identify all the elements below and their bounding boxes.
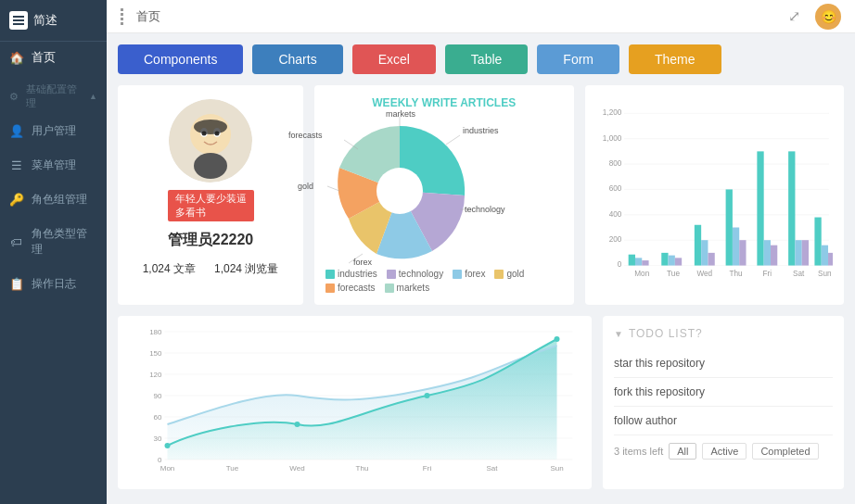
svg-rect-54 <box>788 151 795 265</box>
chevron-up-icon: ▲ <box>89 92 97 101</box>
svg-text:Fri: Fri <box>762 270 772 278</box>
svg-text:0: 0 <box>617 260 621 269</box>
sidebar-item-label: 角色类型管理 <box>32 226 97 258</box>
pie-chart-title: WEEKLY WRITE ARTICLES <box>325 96 563 109</box>
pie-label-technology: technology <box>465 205 505 214</box>
svg-text:Sat: Sat <box>486 464 498 472</box>
svg-text:60: 60 <box>154 413 162 422</box>
table-button[interactable]: Table <box>445 44 528 74</box>
header: 首页 ⤢ 😊 <box>107 0 855 33</box>
svg-point-79 <box>555 336 560 342</box>
svg-text:800: 800 <box>608 159 621 168</box>
svg-rect-44 <box>708 253 714 266</box>
sidebar-item-label: 操作日志 <box>32 276 76 292</box>
nav-buttons: Components Charts Excel Table Form Theme <box>118 44 844 74</box>
todo-item-2[interactable]: fork this repository <box>614 378 833 407</box>
todo-items-left: 3 items left <box>614 446 663 457</box>
todo-item-3[interactable]: follow author <box>614 407 833 435</box>
svg-text:0: 0 <box>158 456 162 464</box>
svg-rect-38 <box>661 253 668 266</box>
todo-header: ▼ TODO LIST? <box>614 327 833 340</box>
sidebar-section-label: 基础配置管理 <box>26 82 82 110</box>
sidebar-item-role-mgmt[interactable]: 🔑 角色组管理 <box>0 183 107 217</box>
svg-rect-60 <box>828 253 833 266</box>
menu-icon: ☰ <box>9 158 24 172</box>
svg-rect-36 <box>642 260 648 265</box>
profile-banner: 年轻人要少装逼 多看书 <box>168 190 254 221</box>
svg-point-76 <box>165 443 171 448</box>
todo-filter-completed[interactable]: Completed <box>752 443 818 460</box>
svg-rect-47 <box>732 228 738 266</box>
sidebar-item-label: 角色组管理 <box>32 192 87 208</box>
sidebar-item-menu-mgmt[interactable]: ☰ 菜单管理 <box>0 148 107 183</box>
svg-text:1,000: 1,000 <box>602 134 621 143</box>
todo-filter-all[interactable]: All <box>669 443 696 460</box>
pie-chart-svg <box>325 117 474 265</box>
sidebar-item-user-mgmt[interactable]: 👤 用户管理 <box>0 114 107 148</box>
todo-card: ▼ TODO LIST? star this repository fork t… <box>603 316 844 489</box>
svg-text:90: 90 <box>154 392 162 400</box>
pie-label-forecasts: forecasts <box>288 131 323 140</box>
svg-rect-35 <box>634 258 641 265</box>
sidebar-item-role-type[interactable]: 🏷 角色类型管理 <box>0 217 107 267</box>
svg-point-78 <box>425 393 430 398</box>
svg-rect-48 <box>739 240 746 265</box>
svg-text:Mon: Mon <box>634 270 649 278</box>
todo-footer: 3 items left All Active Completed <box>614 443 833 460</box>
sidebar-item-label: 用户管理 <box>32 123 76 139</box>
svg-rect-34 <box>628 255 634 266</box>
components-button[interactable]: Components <box>118 44 243 74</box>
theme-button[interactable]: Theme <box>629 44 721 74</box>
svg-rect-40 <box>674 258 681 265</box>
bottom-row: 180 150 120 90 60 30 0 <box>118 316 844 489</box>
content: Components Charts Excel Table Form Theme <box>107 33 855 504</box>
legend-technology: technology <box>387 269 443 279</box>
svg-point-77 <box>295 422 300 427</box>
profile-stat-views: 1,024 浏览量 <box>214 261 278 277</box>
pie-chart-card: WEEKLY WRITE ARTICLES <box>314 85 574 305</box>
svg-text:😊: 😊 <box>821 9 837 25</box>
articles-count: 1,024 文章 <box>143 261 196 277</box>
sidebar-item-home[interactable]: 🏠 首页 <box>0 42 107 73</box>
profile-avatar <box>169 99 252 183</box>
svg-text:200: 200 <box>608 235 621 244</box>
svg-point-13 <box>376 168 423 214</box>
svg-rect-52 <box>770 246 776 266</box>
gear-icon: ⚙ <box>9 91 19 103</box>
svg-text:Sun: Sun <box>550 464 563 472</box>
svg-rect-58 <box>814 218 821 266</box>
sidebar-section-basic-config[interactable]: ⚙ 基础配置管理 ▲ <box>0 73 107 114</box>
svg-text:Mon: Mon <box>160 464 175 472</box>
list-icon: 📋 <box>9 277 24 291</box>
legend-markets: markets <box>385 283 430 293</box>
svg-text:180: 180 <box>149 328 162 336</box>
line-chart-svg: 180 150 120 90 60 30 0 <box>129 327 581 475</box>
avatar-svg <box>169 99 252 183</box>
charts-button[interactable]: Charts <box>252 44 342 74</box>
sidebar-item-label: 菜单管理 <box>32 158 76 173</box>
svg-line-18 <box>327 186 339 191</box>
svg-rect-42 <box>694 225 700 266</box>
sidebar: 简述 🏠 首页 ⚙ 基础配置管理 ▲ 👤 用户管理 ☰ 菜单管理 🔑 角色组管理… <box>0 0 107 504</box>
profile-stat-articles: 1,024 文章 <box>143 261 196 277</box>
svg-rect-46 <box>725 189 732 265</box>
sidebar-home-label: 首页 <box>32 49 56 66</box>
svg-rect-51 <box>763 240 770 265</box>
legend-gold: gold <box>494 269 524 279</box>
sidebar-item-op-log[interactable]: 📋 操作日志 <box>0 267 107 301</box>
svg-text:Tue: Tue <box>226 464 239 472</box>
todo-item-1[interactable]: star this repository <box>614 349 833 378</box>
svg-point-12 <box>194 153 227 179</box>
svg-rect-39 <box>668 256 674 266</box>
svg-rect-55 <box>795 240 801 265</box>
svg-text:Sat: Sat <box>792 270 804 278</box>
expand-icon[interactable]: ⤢ <box>788 7 800 25</box>
svg-text:1,200: 1,200 <box>602 108 621 117</box>
chevron-down-icon: ▼ <box>614 329 623 339</box>
todo-filter-active[interactable]: Active <box>702 443 747 460</box>
logo-text: 简述 <box>33 12 57 29</box>
todo-title: TODO LIST? <box>629 327 703 340</box>
excel-button[interactable]: Excel <box>352 44 436 74</box>
form-button[interactable]: Form <box>537 44 619 74</box>
top-row: 年轻人要少装逼 多看书 管理员22220 1,024 文章 1,024 浏览量 … <box>118 85 844 305</box>
